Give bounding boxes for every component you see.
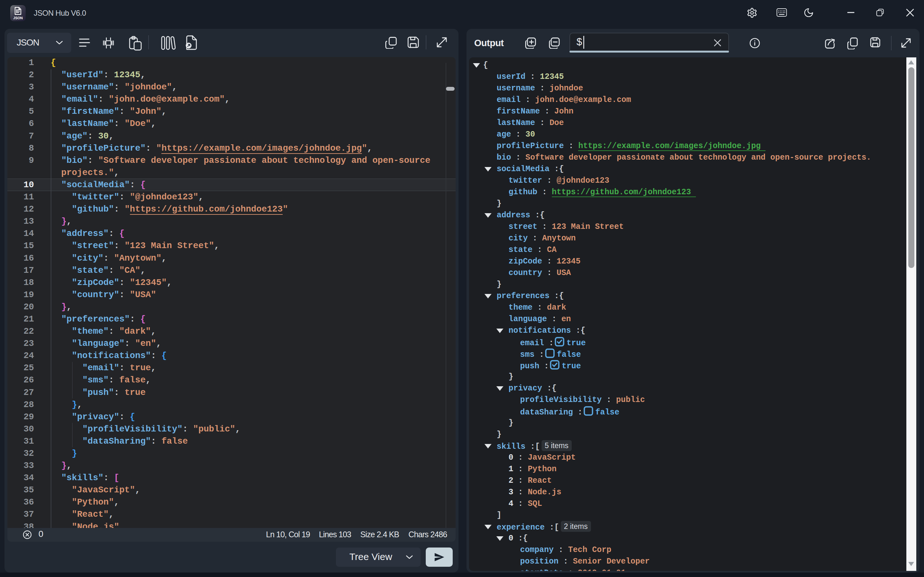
svg-text:JSON: JSON <box>13 16 23 20</box>
